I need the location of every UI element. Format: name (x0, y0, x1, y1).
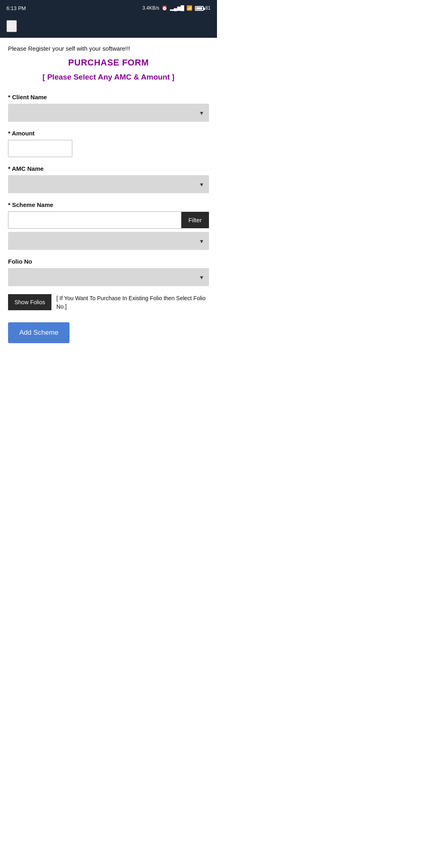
folio-no-label: Folio No (8, 258, 209, 265)
wifi-icon: 📶 (186, 5, 192, 11)
battery-level: 81 (205, 5, 211, 11)
amount-section: * Amount (8, 130, 209, 157)
network-speed: 3.4KB/s (142, 5, 159, 11)
clock-icon: ⏰ (162, 5, 168, 11)
scheme-name-select[interactable] (8, 232, 209, 250)
client-name-section: * Client Name ▼ (8, 94, 209, 122)
back-arrow-icon: ← (7, 21, 16, 31)
scheme-name-dropdown-wrapper: ▼ (8, 232, 209, 250)
scheme-filter-row: Filter (8, 211, 209, 229)
battery-container: 81 (195, 5, 211, 11)
folio-info-row: Show Folios [ If You Want To Purchase In… (8, 294, 209, 311)
status-time: 6:13 PM (6, 5, 26, 11)
client-name-label: * Client Name (8, 94, 209, 100)
add-scheme-button[interactable]: Add Scheme (8, 322, 70, 343)
signal-icon: ▂▄▆█ (170, 5, 184, 11)
back-button[interactable]: ← (6, 20, 17, 32)
folio-no-section: Folio No ▼ (8, 258, 209, 286)
amc-name-section: * AMC Name ▼ (8, 165, 209, 193)
nav-bar: ← (0, 16, 217, 38)
amc-name-select[interactable] (8, 175, 209, 193)
main-content: Please Register your self with your soft… (0, 38, 217, 359)
amount-input[interactable] (8, 140, 72, 157)
status-bar: 6:13 PM 3.4KB/s ⏰ ▂▄▆█ 📶 81 (0, 0, 217, 16)
scheme-name-section: * Scheme Name Filter ▼ (8, 201, 209, 250)
amc-name-dropdown-wrapper: ▼ (8, 175, 209, 193)
subtitle: [ Please Select Any AMC & Amount ] (8, 73, 209, 82)
status-right: 3.4KB/s ⏰ ▂▄▆█ 📶 81 (142, 5, 211, 11)
register-notice: Please Register your self with your soft… (8, 45, 209, 52)
folio-no-dropdown-wrapper: ▼ (8, 268, 209, 286)
client-name-select[interactable] (8, 104, 209, 122)
amc-name-label: * AMC Name (8, 165, 209, 172)
folio-no-select[interactable] (8, 268, 209, 286)
add-scheme-container: Add Scheme (8, 311, 209, 343)
scheme-filter-input[interactable] (8, 211, 181, 229)
amount-label: * Amount (8, 130, 209, 137)
filter-button[interactable]: Filter (181, 212, 209, 228)
show-folios-button[interactable]: Show Folios (8, 294, 51, 310)
battery-icon (195, 6, 204, 11)
page-title: PURCHASE FORM (8, 57, 209, 68)
scheme-name-label: * Scheme Name (8, 201, 209, 208)
folio-hint: [ If You Want To Purchase In Existing Fo… (56, 294, 209, 311)
client-name-dropdown-wrapper: ▼ (8, 104, 209, 122)
